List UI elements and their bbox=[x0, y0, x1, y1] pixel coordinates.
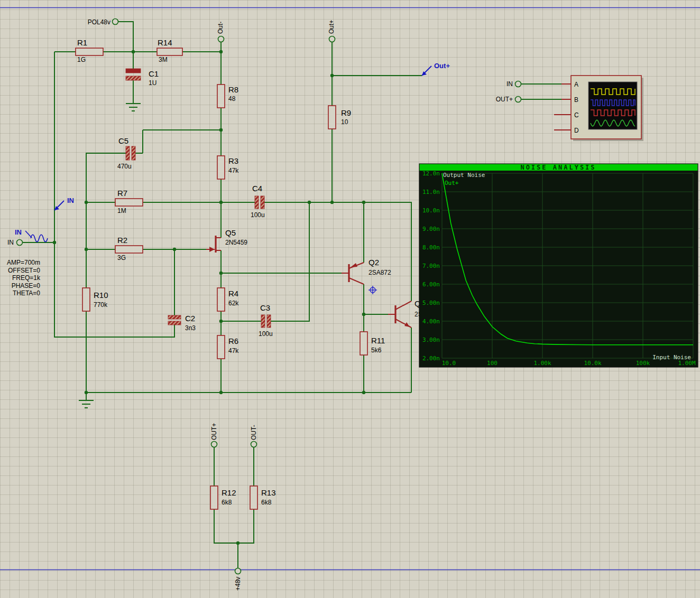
junction-dot bbox=[219, 128, 223, 132]
graph-x-tick-label: 1.00k bbox=[533, 360, 551, 367]
component-value: 3G bbox=[117, 254, 126, 261]
component-c3[interactable]: C3 100u bbox=[259, 303, 273, 338]
component-ref: R2 bbox=[117, 236, 127, 245]
terminal-label-48v: +48v bbox=[234, 577, 242, 591]
component-ref: R7 bbox=[117, 189, 127, 198]
junction-dot bbox=[219, 50, 223, 53]
junction-dot bbox=[330, 201, 334, 204]
junction-dot bbox=[236, 541, 240, 545]
junction-dot bbox=[362, 313, 365, 316]
junction-dot bbox=[85, 201, 88, 204]
component-ref: Q2 bbox=[369, 258, 379, 267]
component-ref: C2 bbox=[185, 314, 195, 323]
component-value: 1M bbox=[117, 207, 126, 214]
component-value: 1G bbox=[77, 56, 86, 63]
graph-y-tick-label: 2.00n bbox=[422, 355, 440, 362]
component-value: 470u bbox=[117, 163, 132, 170]
component-value: 6k8 bbox=[261, 499, 272, 506]
component-r14[interactable]: R14 3M bbox=[157, 38, 182, 63]
sine-generator-icon[interactable] bbox=[25, 231, 48, 242]
component-c4[interactable]: C4 100u bbox=[251, 184, 265, 219]
component-r8[interactable]: R8 48 bbox=[217, 85, 238, 108]
pnp-emitter-arrow-icon bbox=[351, 263, 357, 267]
generator-param: THETA=0 bbox=[13, 289, 40, 297]
component-ref: R12 bbox=[222, 488, 236, 497]
graph-y-tick-label: 11.0n bbox=[422, 189, 440, 195]
component-ref: R13 bbox=[261, 488, 276, 497]
component-r4[interactable]: R4 62k bbox=[217, 288, 239, 311]
graph-y-tick-label: 5.00n bbox=[422, 300, 440, 306]
component-r13[interactable]: R13 6k8 bbox=[250, 486, 276, 509]
terminal-label-pol48v: POL48v bbox=[88, 18, 110, 26]
terminal-icon-scope-in[interactable] bbox=[515, 81, 521, 87]
component-ref: R8 bbox=[228, 85, 238, 94]
terminal-icon-pol48v[interactable] bbox=[113, 19, 118, 25]
component-r9[interactable]: R9 10 bbox=[328, 106, 351, 129]
component-value: 770k bbox=[94, 301, 108, 309]
terminal-icon-48v[interactable] bbox=[235, 568, 241, 574]
component-ref: C3 bbox=[260, 303, 270, 312]
component-ref: C5 bbox=[118, 136, 128, 145]
scope-out-label: OUT+ bbox=[496, 96, 513, 103]
generator-probe-label: IN bbox=[15, 228, 22, 236]
component-ref: C1 bbox=[149, 69, 159, 78]
component-value: 100u bbox=[259, 330, 273, 338]
graph-y-tick-label: 10.0n bbox=[422, 207, 440, 214]
terminal-icon-out-minus-top[interactable] bbox=[218, 36, 224, 42]
oscilloscope[interactable]: A B C D bbox=[554, 76, 643, 141]
graph-legend-output: Output Noise bbox=[443, 172, 485, 179]
component-c2[interactable]: C2 3n3 bbox=[168, 314, 196, 332]
junction-dot bbox=[219, 272, 223, 275]
component-value: 2N5459 bbox=[225, 239, 247, 246]
graph-title: NOISE ANALYSIS bbox=[520, 164, 596, 171]
component-ref: R6 bbox=[228, 337, 238, 345]
component-q5[interactable]: Q5 2N5459 bbox=[206, 228, 247, 253]
graph-y-tick-label: 6.00n bbox=[422, 281, 440, 288]
scope-in-label: IN bbox=[506, 80, 513, 88]
component-value: 5k6 bbox=[371, 347, 382, 354]
component-r6[interactable]: R6 47k bbox=[217, 335, 239, 359]
component-ref: R3 bbox=[228, 156, 238, 165]
component-value: 10 bbox=[341, 118, 348, 126]
component-r12[interactable]: R12 6k8 bbox=[210, 486, 236, 509]
terminal-icon-input[interactable] bbox=[17, 240, 23, 246]
schematic-canvas[interactable]: POL48v Out- Out+ IN OUT+ OUT- +48v IN OU… bbox=[0, 0, 700, 598]
terminal-icon-scope-out[interactable] bbox=[515, 97, 521, 102]
jfet-gate-arrow-icon bbox=[209, 247, 215, 252]
terminal-icon-out-minus-bottom[interactable] bbox=[251, 442, 257, 447]
noise-analysis-panel[interactable]: 12.0n11.0n10.0n9.00n8.00n7.00n6.00n5.00n… bbox=[419, 164, 698, 368]
graph-y-tick-label: 9.00n bbox=[422, 226, 440, 232]
scope-channel-label: C bbox=[574, 111, 579, 119]
probe-in[interactable]: IN bbox=[54, 197, 74, 210]
component-ref: C4 bbox=[252, 184, 262, 193]
terminal-icon-out-plus-top[interactable] bbox=[329, 36, 335, 42]
component-ref: R10 bbox=[94, 291, 108, 300]
terminal-icon-out-plus-bottom[interactable] bbox=[211, 442, 217, 447]
terminal-label-out-plus-top: Out+ bbox=[328, 20, 335, 34]
junction-dot bbox=[362, 391, 365, 394]
component-r1[interactable]: R1 1G bbox=[76, 38, 103, 63]
junction-dot bbox=[330, 74, 334, 77]
ground-icon[interactable] bbox=[79, 400, 94, 408]
component-r3[interactable]: R3 47k bbox=[217, 156, 239, 179]
component-r11[interactable]: R11 5k6 bbox=[360, 332, 385, 355]
probe-out-plus[interactable]: Out+ bbox=[422, 62, 450, 76]
generator-param: PHASE=0 bbox=[12, 282, 41, 289]
component-r7[interactable]: R7 1M bbox=[115, 189, 143, 214]
component-r10[interactable]: R10 770k bbox=[82, 288, 108, 311]
terminal-label-out-plus-bottom: OUT+ bbox=[210, 423, 218, 440]
junction-dot bbox=[173, 248, 176, 251]
component-value: 1U bbox=[149, 79, 156, 87]
schematic-svg[interactable]: POL48v Out- Out+ IN OUT+ OUT- +48v IN OU… bbox=[0, 0, 700, 598]
component-ref: R4 bbox=[228, 289, 238, 298]
component-value: 47k bbox=[228, 167, 239, 174]
graph-x-tick-label: 10.0 bbox=[442, 360, 456, 367]
component-r2[interactable]: R2 3G bbox=[115, 236, 143, 261]
graph-x-tick-label: 10.0k bbox=[584, 360, 601, 367]
ground-icon[interactable] bbox=[126, 104, 141, 111]
graph-y-tick-label: 3.00n bbox=[422, 337, 440, 343]
graph-y-tick-label: 8.00n bbox=[422, 244, 440, 251]
component-c1[interactable]: C1 1U bbox=[126, 69, 159, 87]
component-value: 100u bbox=[251, 211, 265, 219]
component-q2[interactable]: Q2 2SA872 bbox=[342, 258, 391, 284]
